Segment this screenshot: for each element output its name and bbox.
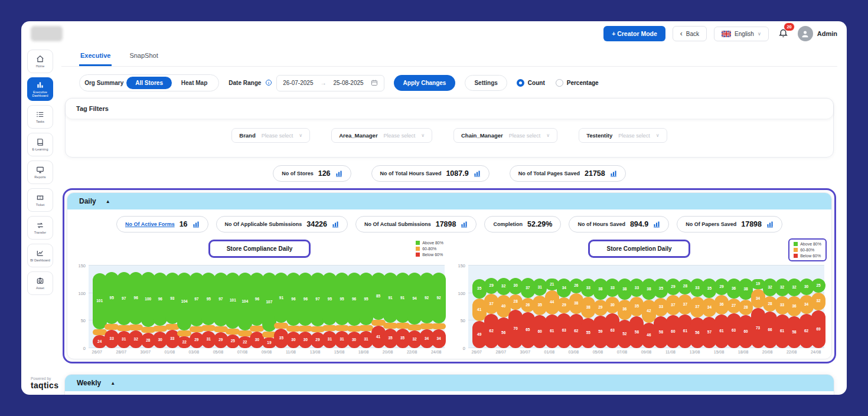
- radio-count[interactable]: Count: [517, 79, 545, 87]
- bar-slot: 523638: [616, 266, 628, 348]
- bar-slot: 583533: [628, 266, 641, 348]
- legend-item-below-60[interactable]: Below 60%: [416, 253, 443, 257]
- legend-label: Above 80%: [422, 241, 443, 245]
- y-tick-label: 100: [78, 290, 86, 296]
- bar-stack: 613728: [678, 279, 687, 348]
- bar-slot: 2997: [188, 266, 200, 348]
- language-selector[interactable]: English ∨: [714, 27, 769, 41]
- bar-stack: 563733: [690, 279, 699, 348]
- radio-percentage[interactable]: Percentage: [556, 79, 599, 87]
- bar-chart-icon[interactable]: [332, 221, 339, 228]
- bar-stack: 3096: [153, 273, 162, 348]
- user-menu[interactable]: Admin: [798, 26, 837, 41]
- bar-slot: 662832: [761, 266, 774, 348]
- x-tick-label: [224, 350, 237, 354]
- weekly-panel-header[interactable]: Weekly ▲: [65, 375, 834, 391]
- date-range-input[interactable]: 26-07-2025 → 25-08-2025: [276, 75, 384, 91]
- sidebar-item-e-learning[interactable]: E-Learning: [27, 133, 53, 156]
- bar-slot: 573435: [701, 266, 713, 348]
- tag-filter-chain-manager[interactable]: Chain_ManagerPlease select∨: [453, 128, 557, 143]
- view-option-all-stores[interactable]: All Stores: [126, 77, 171, 89]
- sidebar-item-label: Tasks: [36, 120, 44, 123]
- view-option-org-summary[interactable]: Org Summary: [81, 77, 126, 89]
- chevron-down-icon: ∨: [758, 31, 761, 37]
- stat-pill-no-of-actual-submissions: No Of Actual Submissions17898: [355, 216, 477, 232]
- bar-slot: 3393: [164, 266, 176, 348]
- bar-segment-below-60: 69: [811, 310, 825, 348]
- bar-slot: 613332: [774, 266, 786, 348]
- bar-stack: 3296: [129, 272, 138, 348]
- sidebar-item-reports[interactable]: Reports: [27, 160, 53, 184]
- tab-executive[interactable]: Executive: [79, 52, 112, 66]
- bar-slot: 3195: [357, 266, 370, 348]
- daily-panel-header[interactable]: Daily ▲: [67, 193, 831, 209]
- bar-stack: 613332: [775, 279, 784, 348]
- legend-item-60-80[interactable]: 60-80%: [416, 247, 443, 251]
- bar-slot: 633033: [604, 266, 616, 348]
- bar-chart-icon[interactable]: [192, 221, 200, 228]
- stat-label[interactable]: No Of Active Forms: [125, 221, 175, 227]
- x-tick-label: 05/08: [212, 350, 224, 354]
- date-range-label: Date Range: [229, 80, 261, 86]
- bar-stack: 733419: [751, 279, 760, 348]
- bar-stack: 25101: [226, 273, 234, 348]
- tag-filter-brand[interactable]: BrandPlease select∨: [231, 128, 310, 143]
- bar-chart-icon[interactable]: [335, 170, 342, 177]
- tab-snapshot[interactable]: SnapShot: [128, 52, 159, 66]
- bar-stack: 22104: [238, 273, 247, 348]
- x-tick-label: [394, 350, 406, 354]
- bar-chart-icon[interactable]: [461, 221, 468, 228]
- bar-chart-icon[interactable]: [610, 170, 617, 177]
- info-icon[interactable]: [265, 78, 272, 89]
- bar-chart-icon[interactable]: [653, 221, 660, 228]
- legend-item-below-60[interactable]: Below 60%: [794, 254, 821, 258]
- apply-changes-button[interactable]: Apply Changes: [394, 75, 456, 91]
- bar-slot: 602838: [737, 266, 749, 348]
- chevron-left-icon: ‹: [680, 30, 683, 37]
- bar-stack: 4185: [371, 273, 380, 348]
- bar-slot: 3591: [381, 266, 394, 348]
- y-tick-label: 0: [83, 346, 86, 351]
- bar-stack: 523638: [618, 279, 626, 348]
- legend-item-above-80[interactable]: Above 80%: [794, 242, 821, 246]
- chevron-down-icon: ∨: [421, 133, 425, 138]
- collapse-up-icon[interactable]: ▲: [106, 199, 110, 204]
- stat-value: 16: [180, 220, 188, 228]
- settings-button[interactable]: Settings: [465, 75, 507, 91]
- ticket-icon: [36, 194, 44, 202]
- sidebar-item-bi-dashboard[interactable]: BI Dashboard: [27, 244, 53, 267]
- tag-filter-label: Brand: [239, 132, 255, 139]
- tag-filter-testentity[interactable]: TestentityPlease select∨: [579, 128, 667, 143]
- bar-slot: 3096: [285, 266, 297, 348]
- tag-filter-area-manager[interactable]: Area_ManagerPlease select∨: [331, 128, 432, 143]
- bar-chart-icon[interactable]: [474, 170, 481, 177]
- bar-chart-icon[interactable]: [766, 221, 774, 228]
- x-tick-label: [774, 350, 786, 354]
- stat-pill-no-of-papers-saved: No Of Papers Saved17898: [677, 216, 782, 232]
- bar-stack: 693225: [811, 279, 820, 348]
- bar-stack: 3096: [298, 273, 307, 348]
- sidebar-item-asset[interactable]: Asset: [27, 271, 53, 295]
- sidebar-item-tasks[interactable]: Tasks: [27, 105, 53, 129]
- bar-stack: 24101: [93, 273, 102, 348]
- bars: 4941356237295640327028306526376035316144…: [468, 266, 824, 348]
- creator-mode-button[interactable]: + Creator Mode: [603, 26, 665, 41]
- notifications-button[interactable]: 20: [776, 27, 791, 41]
- bar-segment-below-60: 34: [432, 329, 446, 348]
- bar-slot: 2997: [212, 266, 224, 348]
- sidebar-item-transfer[interactable]: Transfer: [27, 216, 53, 240]
- collapse-up-icon[interactable]: ▲: [110, 381, 115, 386]
- legend-item-above-80[interactable]: Above 80%: [416, 241, 443, 245]
- x-tick-label: 24/08: [430, 350, 442, 354]
- bar-stack: 583632: [787, 279, 796, 348]
- legend-item-60-80[interactable]: 60-80%: [794, 248, 821, 252]
- view-option-heat-map[interactable]: Heat Map: [172, 77, 217, 89]
- sidebar-item-ticket[interactable]: Ticket: [27, 188, 53, 212]
- sidebar-item-executive-dashboard[interactable]: Executive Dashboard: [27, 77, 53, 101]
- bar-stack: 3197: [117, 272, 126, 348]
- sidebar-item-home[interactable]: Home: [27, 50, 53, 73]
- sidebar-item-label: BI Dashboard: [30, 258, 50, 262]
- x-tick-label: 15/08: [713, 350, 725, 354]
- bar-slot: 19107: [260, 266, 273, 348]
- back-button[interactable]: ‹ Back: [673, 26, 707, 41]
